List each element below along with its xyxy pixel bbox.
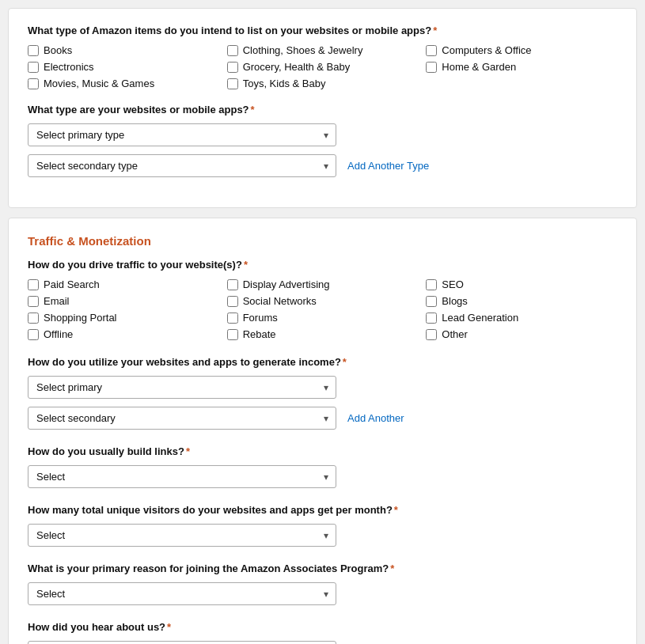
secondary-type-wrapper: Select secondary type	[28, 154, 336, 177]
checkbox-grocery[interactable]: Grocery, Health & Baby	[227, 61, 419, 73]
reason-select-row: Select	[28, 582, 617, 605]
checkbox-computers[interactable]: Computers & Office	[426, 44, 617, 56]
hear-select[interactable]: Select	[28, 641, 336, 644]
checkbox-movies-input[interactable]	[28, 78, 39, 89]
cb-shopping-portal-input[interactable]	[28, 313, 39, 324]
website-type-section: What type are your websites or mobile ap…	[28, 104, 617, 177]
cb-display-advertising[interactable]: Display Advertising	[227, 278, 419, 290]
checkbox-clothing-input[interactable]	[227, 45, 238, 56]
links-label: How do you usually build links?*	[28, 445, 617, 457]
income-primary-row: Select primary	[28, 376, 617, 399]
amazon-items-label: What type of Amazon items do you intend …	[28, 25, 617, 36]
cb-rebate[interactable]: Rebate	[227, 328, 419, 340]
cb-seo-input[interactable]	[426, 279, 437, 290]
income-section: How do you utilize your websites and app…	[28, 356, 617, 430]
hear-text: How did you hear about us?	[28, 621, 165, 633]
website-type-label: What type are your websites or mobile ap…	[28, 104, 617, 116]
checkbox-home-input[interactable]	[426, 62, 437, 73]
amazon-items-section: What type of Amazon items do you intend …	[28, 25, 617, 89]
cb-paid-search[interactable]: Paid Search	[28, 278, 219, 290]
cb-forums-input[interactable]	[227, 313, 238, 324]
hear-section: How did you hear about us?* Select	[28, 621, 617, 644]
primary-type-select[interactable]: Select primary type	[28, 123, 336, 146]
reason-select-wrapper: Select	[28, 582, 336, 605]
primary-type-row: Select primary type	[28, 123, 617, 146]
checkbox-books-input[interactable]	[28, 45, 39, 56]
cb-email[interactable]: Email	[28, 295, 219, 307]
traffic-text: How do you drive traffic to your website…	[28, 259, 242, 271]
cb-offline-input[interactable]	[28, 329, 39, 340]
traffic-section: How do you drive traffic to your website…	[28, 259, 617, 340]
hear-select-row: Select	[28, 641, 617, 644]
amazon-items-text: What type of Amazon items do you intend …	[28, 25, 431, 36]
reason-label: What is your primary reason for joining …	[28, 563, 617, 574]
cb-social-networks[interactable]: Social Networks	[227, 295, 419, 307]
checkbox-home[interactable]: Home & Garden	[426, 61, 617, 73]
income-label: How do you utilize your websites and app…	[28, 356, 617, 368]
checkbox-toys[interactable]: Toys, Kids & Baby	[227, 78, 419, 89]
links-select[interactable]: Select	[28, 465, 336, 488]
income-primary-select[interactable]: Select primary	[28, 376, 336, 399]
card-traffic-monetization: Traffic & Monetization How do you drive …	[8, 218, 637, 644]
reason-select[interactable]: Select	[28, 582, 336, 605]
visitors-select[interactable]: Select	[28, 524, 336, 547]
income-secondary-select[interactable]: Select secondary	[28, 407, 336, 430]
links-select-wrapper: Select	[28, 465, 336, 488]
checkbox-electronics-input[interactable]	[28, 62, 39, 73]
website-type-text: What type are your websites or mobile ap…	[28, 104, 249, 116]
links-select-row: Select	[28, 465, 617, 488]
cb-forums[interactable]: Forums	[227, 312, 419, 324]
reason-section: What is your primary reason for joining …	[28, 563, 617, 605]
checkbox-electronics[interactable]: Electronics	[28, 61, 219, 73]
secondary-type-select[interactable]: Select secondary type	[28, 154, 336, 177]
checkbox-movies[interactable]: Movies, Music & Games	[28, 78, 219, 89]
checkbox-grocery-input[interactable]	[227, 62, 238, 73]
traffic-label: How do you drive traffic to your website…	[28, 259, 617, 271]
cb-email-input[interactable]	[28, 296, 39, 307]
income-secondary-wrapper: Select secondary	[28, 407, 336, 430]
hear-label: How did you hear about us?*	[28, 621, 617, 633]
traffic-section-title: Traffic & Monetization	[28, 234, 617, 248]
income-primary-wrapper: Select primary	[28, 376, 336, 399]
cb-display-advertising-input[interactable]	[227, 279, 238, 290]
cb-lead-generation-input[interactable]	[426, 313, 437, 324]
cb-paid-search-input[interactable]	[28, 279, 39, 290]
visitors-select-wrapper: Select	[28, 524, 336, 547]
cb-shopping-portal[interactable]: Shopping Portal	[28, 312, 219, 324]
traffic-checkboxes: Paid Search Display Advertising SEO Emai…	[28, 278, 617, 340]
amazon-items-checkboxes: Books Clothing, Shoes & Jewelry Computer…	[28, 44, 617, 89]
cb-other[interactable]: Other	[426, 328, 617, 340]
checkbox-books[interactable]: Books	[28, 44, 219, 56]
cb-seo[interactable]: SEO	[426, 278, 617, 290]
primary-type-wrapper: Select primary type	[28, 123, 336, 146]
visitors-label: How many total unique visitors do your w…	[28, 504, 617, 516]
add-another-income-link[interactable]: Add Another	[347, 412, 404, 424]
checkbox-computers-input[interactable]	[426, 45, 437, 56]
cb-lead-generation[interactable]: Lead Generation	[426, 312, 617, 324]
cb-social-networks-input[interactable]	[227, 296, 238, 307]
checkbox-clothing[interactable]: Clothing, Shoes & Jewelry	[227, 44, 419, 56]
cb-blogs-input[interactable]	[426, 296, 437, 307]
visitors-select-row: Select	[28, 524, 617, 547]
card-amazon-items: What type of Amazon items do you intend …	[8, 8, 637, 208]
cb-rebate-input[interactable]	[227, 329, 238, 340]
hear-select-wrapper: Select	[28, 641, 336, 644]
secondary-type-row: Select secondary type Add Another Type	[28, 154, 617, 177]
visitors-text: How many total unique visitors do your w…	[28, 504, 393, 516]
visitors-section: How many total unique visitors do your w…	[28, 504, 617, 547]
income-text: How do you utilize your websites and app…	[28, 356, 341, 368]
checkbox-toys-input[interactable]	[227, 78, 238, 89]
cb-blogs[interactable]: Blogs	[426, 295, 617, 307]
cb-offline[interactable]: Offline	[28, 328, 219, 340]
cb-other-input[interactable]	[426, 329, 437, 340]
links-section: How do you usually build links?* Select	[28, 445, 617, 488]
reason-text: What is your primary reason for joining …	[28, 563, 389, 574]
add-another-type-link[interactable]: Add Another Type	[347, 160, 429, 172]
links-text: How do you usually build links?	[28, 445, 184, 457]
income-secondary-row: Select secondary Add Another	[28, 407, 617, 430]
